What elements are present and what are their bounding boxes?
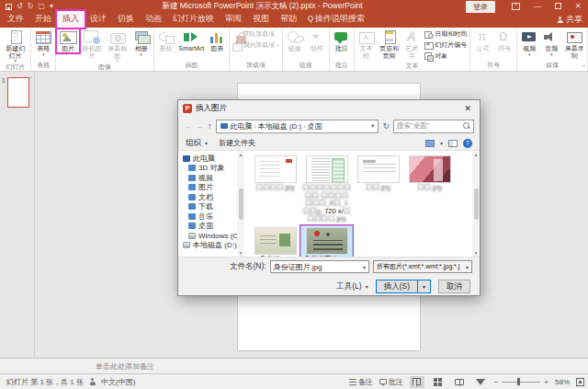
ribbon-button-header-footer[interactable]: 页眉和页脚 <box>378 29 401 59</box>
help-icon[interactable]: ? <box>463 139 472 148</box>
ribbon-button-my-addins[interactable]: 我的加载项▾ <box>232 40 279 50</box>
ribbon-display-options-icon[interactable] <box>512 3 520 10</box>
ribbon-button-action[interactable]: 动作 <box>306 29 328 52</box>
zoom-slider-thumb[interactable] <box>517 378 520 385</box>
fit-to-window-icon[interactable] <box>576 378 584 386</box>
search-input[interactable]: 搜索"桌面" <box>393 120 474 133</box>
file-item[interactable]: 口口.jpg <box>353 154 403 224</box>
normal-view-button[interactable] <box>410 376 424 388</box>
slide-thumbnail[interactable] <box>7 77 29 108</box>
refresh-icon[interactable]: ↻ <box>382 121 390 131</box>
start-slideshow-icon[interactable]: ▢ <box>38 3 45 10</box>
sidebar-item-音乐[interactable]: 音乐 <box>181 212 237 222</box>
sign-in-button[interactable]: 登录 <box>466 1 495 13</box>
sidebar-item-桌面[interactable]: 桌面 <box>181 222 237 232</box>
customize-quick-access-icon[interactable]: ▾ <box>50 3 53 10</box>
sidebar-item-本地磁盘 (D:)[interactable]: 本地磁盘 (D:)v <box>181 241 237 251</box>
ribbon-button-symbol[interactable]: 符号 <box>493 29 515 52</box>
breadcrumb-item[interactable]: 本地磁盘 (D:) <box>258 122 302 131</box>
back-icon[interactable]: ← <box>184 121 192 131</box>
ribbon-button-video[interactable]: 视频▾ <box>518 29 540 56</box>
insert-button[interactable]: 插入(S) <box>377 280 418 292</box>
file-list-scrollbar[interactable]: ▲▼ <box>472 151 480 257</box>
sidebar-item-文档[interactable]: 文档 <box>181 192 237 202</box>
ribbon-button-picture[interactable]: 图片 <box>57 29 79 52</box>
tab-设计[interactable]: 设计 <box>85 11 112 28</box>
ribbon-button-shapes[interactable]: 形状 <box>155 29 177 52</box>
zoom-slider[interactable] <box>502 382 540 383</box>
preview-pane-icon[interactable] <box>448 140 458 147</box>
save-icon[interactable] <box>6 4 12 10</box>
tab-插入[interactable]: 插入 <box>57 11 85 28</box>
minimize-button[interactable]: — <box>527 0 548 13</box>
ribbon-button-screenshot[interactable]: 屏幕截图▾ <box>105 29 130 63</box>
ribbon-button-date-time[interactable]: 日期和时间 <box>424 29 467 39</box>
nav-scrollbar[interactable]: ▲▼ <box>237 151 244 257</box>
redo-icon[interactable]: ↻ <box>28 3 34 10</box>
file-item[interactable]: 口口.jpg <box>404 154 455 224</box>
ribbon-button-audio[interactable]: 音频▾ <box>540 29 562 56</box>
ribbon-button-new-slide[interactable]: 新建幻灯片▾ <box>1 29 29 63</box>
tab-操作说明搜索[interactable]: 操作说明搜索 <box>302 11 370 28</box>
sidebar-item-视频[interactable]: 视频 <box>181 173 237 183</box>
accessibility-icon[interactable] <box>89 378 96 385</box>
language-status[interactable]: 中文(中国) <box>101 377 135 387</box>
collapse-ribbon-icon[interactable]: ^ <box>582 63 585 70</box>
notes-toggle[interactable]: 备注 <box>349 377 373 387</box>
file-item[interactable]: 口口口口.jpg <box>250 154 300 224</box>
zoom-out-button[interactable]: − <box>494 378 499 386</box>
share-button[interactable]: 共享 <box>557 14 582 26</box>
tab-文件[interactable]: 文件 <box>2 11 29 28</box>
forward-icon[interactable]: → <box>196 121 204 131</box>
tab-审阅[interactable]: 审阅 <box>220 11 247 28</box>
breadcrumb-item[interactable]: 此电脑 <box>231 122 253 131</box>
cancel-button[interactable]: 取消 <box>438 280 470 293</box>
slide-sorter-view-button[interactable] <box>431 376 446 388</box>
tab-幻灯片放映[interactable]: 幻灯片放映 <box>167 11 220 28</box>
ribbon-button-link[interactable]: 链接 <box>284 29 306 52</box>
zoom-percentage[interactable]: 58% <box>555 378 570 386</box>
new-folder-button[interactable]: 新建文件夹 <box>219 138 255 148</box>
breadcrumb-item[interactable]: 桌面 <box>308 122 322 131</box>
ribbon-button-equation[interactable]: 公式 <box>471 29 493 52</box>
ribbon-button-photo-album[interactable]: 相册▾ <box>130 29 153 56</box>
sidebar-item-Windows (C:)[interactable]: Windows (C:) <box>181 231 237 241</box>
ribbon-button-comment[interactable]: 批注 <box>331 29 353 52</box>
close-button[interactable]: ✕ <box>568 0 588 13</box>
ribbon-button-online-pictures[interactable]: 联机图片 <box>79 29 105 59</box>
tab-帮助[interactable]: 帮助 <box>275 11 302 28</box>
sidebar-item-此电脑[interactable]: 此电脑 <box>181 154 237 164</box>
notes-pane[interactable]: 单击此处添加备注 <box>0 358 588 373</box>
tools-button[interactable]: 工具(L)▾ <box>336 281 368 292</box>
tab-切换[interactable]: 切换 <box>112 11 140 28</box>
organize-button[interactable]: 组织▾ <box>186 138 208 149</box>
dialog-close-icon[interactable]: ✕ <box>460 104 475 113</box>
ribbon-button-slide-number[interactable]: 幻灯片编号 <box>424 40 467 50</box>
up-icon[interactable]: ↑ <box>208 121 212 131</box>
comments-toggle[interactable]: 批注 <box>379 377 403 387</box>
ribbon-button-screen-record[interactable]: 屏幕录制 <box>562 29 586 59</box>
filetype-select[interactable]: 所有图片(*.emf;*.wmf;*.jpg;*.j ▾ <box>373 260 472 273</box>
tab-开始[interactable]: 开始 <box>29 11 57 28</box>
sidebar-item-下载[interactable]: 下载 <box>181 202 237 212</box>
breadcrumb[interactable]: 此电脑 › 本地磁盘 (D:) › 桌面 ▾ <box>216 120 379 133</box>
ribbon-button-chart[interactable]: 图表 <box>206 29 228 52</box>
filename-input[interactable]: 身份证图片.jpg ▾ <box>270 260 369 273</box>
file-item[interactable]: 身份证图片.jpg <box>301 226 352 257</box>
sidebar-item-图片[interactable]: 图片 <box>181 183 237 193</box>
zoom-in-button[interactable]: + <box>544 378 548 386</box>
undo-icon[interactable]: ↺ <box>17 3 23 10</box>
slideshow-view-button[interactable] <box>473 376 488 388</box>
slide-thumbnails-panel[interactable]: 1 <box>0 72 35 358</box>
tab-视图[interactable]: 视图 <box>247 11 275 28</box>
ribbon-button-store[interactable]: 获取加载项 <box>232 29 279 39</box>
file-item[interactable]: 身份证.jpg <box>250 226 300 257</box>
ribbon-button-table[interactable]: 表格▾ <box>32 29 54 56</box>
ribbon-button-smartart[interactable]: SmartArt <box>177 29 207 52</box>
ribbon-button-wordart[interactable]: 艺术字 <box>401 29 423 59</box>
view-mode-dropdown-icon[interactable]: ▾ <box>440 140 443 146</box>
insert-dropdown-icon[interactable]: ▾ <box>418 280 430 292</box>
address-dropdown-icon[interactable]: ▾ <box>371 122 375 130</box>
sidebar-item-3D 对象[interactable]: 3D 对象 <box>181 164 237 174</box>
ribbon-button-text-box[interactable]: 文本框 <box>356 29 378 59</box>
